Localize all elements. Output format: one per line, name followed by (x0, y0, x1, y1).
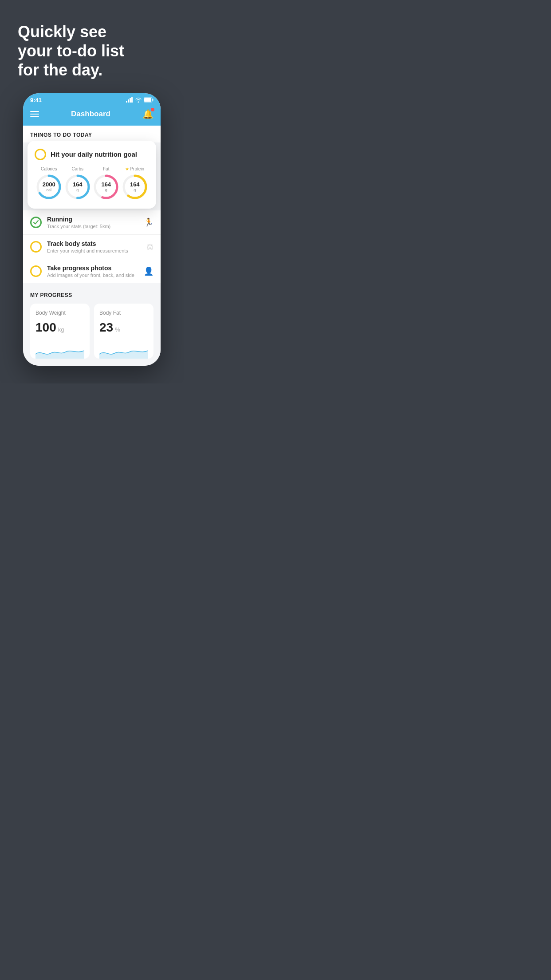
nutrition-item-fat: Fat 164 g (92, 166, 120, 201)
progress-section-title: MY PROGRESS (30, 292, 153, 298)
battery-icon (144, 97, 153, 103)
app-screen: Quickly see your to-do list for the day.… (0, 0, 184, 383)
progress-value-row: 100 kg (35, 320, 84, 335)
header-title: Dashboard (71, 110, 110, 119)
item-icon: 🏃 (144, 217, 153, 227)
progress-section: MY PROGRESS Body Weight 100 kg Body Fat … (23, 283, 161, 366)
chart-svg (99, 341, 148, 359)
nutrition-card-title: Hit your daily nutrition goal (51, 150, 137, 158)
progress-chart (99, 341, 148, 359)
progress-cards: Body Weight 100 kg Body Fat 23 % (30, 304, 153, 359)
signal-icon (126, 97, 133, 103)
nutrition-label: Calories (41, 166, 57, 171)
nutrition-item-carbs: Carbs 164 g (64, 166, 91, 201)
nutrition-label: Fat (103, 166, 109, 171)
card-title-row: Hit your daily nutrition goal (35, 149, 149, 160)
item-title: Track body stats (47, 240, 141, 247)
donut-chart: 164 g (121, 173, 149, 201)
wifi-icon (135, 97, 142, 103)
progress-unit: % (115, 326, 120, 333)
donut-unit: g (101, 188, 111, 192)
nutrition-label: Carbs (71, 166, 83, 171)
svg-rect-1 (128, 99, 129, 103)
chart-svg (35, 341, 84, 359)
phone-wrapper: 9:41 (0, 93, 184, 383)
donut-value: 2000 (43, 181, 55, 187)
progress-unit: kg (58, 326, 64, 333)
list-item[interactable]: Take progress photos Add images of your … (23, 259, 161, 283)
list-checkbox[interactable] (30, 265, 42, 277)
progress-card[interactable]: Body Fat 23 % (94, 304, 153, 359)
svg-rect-2 (130, 98, 131, 103)
nutrition-card: Hit your daily nutrition goal Calories 2… (28, 141, 156, 209)
donut-center: 164 g (73, 181, 83, 192)
nutrition-item-calories: Calories 2000 cal (35, 166, 63, 201)
item-text: Running Track your stats (target: 5km) (47, 216, 138, 229)
progress-value: 100 (35, 320, 56, 335)
list-checkbox[interactable] (30, 217, 42, 228)
progress-card[interactable]: Body Weight 100 kg (30, 304, 90, 359)
phone-mockup: 9:41 (23, 93, 161, 366)
item-text: Take progress photos Add images of your … (47, 265, 138, 278)
item-title: Take progress photos (47, 265, 138, 272)
todo-list: Running Track your stats (target: 5km) 🏃… (23, 210, 161, 283)
item-icon: 👤 (144, 266, 153, 276)
donut-chart: 164 g (64, 173, 91, 201)
svg-rect-5 (144, 98, 151, 102)
list-item[interactable]: Running Track your stats (target: 5km) 🏃 (23, 210, 161, 235)
donut-unit: g (130, 188, 140, 192)
progress-value: 23 (99, 320, 113, 335)
hamburger-icon[interactable] (30, 111, 39, 117)
nutrition-row: Calories 2000 cal Carbs 164 g Fat (35, 166, 149, 201)
notification-bell[interactable]: 🔔 (142, 109, 153, 119)
notification-dot (151, 108, 154, 111)
item-subtitle: Enter your weight and measurements (47, 248, 141, 253)
nutrition-label: ★ Protein (125, 166, 144, 171)
donut-unit: g (73, 188, 83, 192)
progress-card-title: Body Weight (35, 310, 84, 316)
list-item[interactable]: Track body stats Enter your weight and m… (23, 235, 161, 259)
status-icons (126, 97, 153, 103)
item-title: Running (47, 216, 138, 223)
phone-content: THINGS TO DO TODAY Hit your daily nutrit… (23, 126, 161, 366)
progress-card-title: Body Fat (99, 310, 148, 316)
svg-rect-0 (126, 101, 127, 103)
item-subtitle: Track your stats (target: 5km) (47, 224, 138, 229)
progress-chart (35, 341, 84, 359)
item-subtitle: Add images of your front, back, and side (47, 273, 138, 278)
star-icon: ★ (125, 166, 129, 171)
donut-chart: 2000 cal (35, 173, 63, 201)
hero-section: Quickly see your to-do list for the day. (0, 0, 184, 93)
list-checkbox[interactable] (30, 241, 42, 253)
donut-chart: 164 g (92, 173, 120, 201)
status-bar: 9:41 (23, 93, 161, 105)
time-display: 9:41 (30, 97, 42, 103)
item-text: Track body stats Enter your weight and m… (47, 240, 141, 253)
item-icon: ⚖ (146, 242, 153, 252)
donut-center: 2000 cal (43, 181, 55, 192)
floating-card-wrapper: Hit your daily nutrition goal Calories 2… (23, 141, 161, 209)
app-header: Dashboard 🔔 (23, 105, 161, 126)
hero-title: Quickly see your to-do list for the day. (18, 22, 166, 80)
donut-center: 164 g (101, 181, 111, 192)
svg-rect-3 (131, 97, 133, 103)
donut-value: 164 (130, 181, 140, 187)
donut-center: 164 g (130, 181, 140, 192)
nutrition-item-protein: ★ Protein 164 g (121, 166, 149, 201)
svg-rect-6 (153, 99, 153, 101)
things-to-do-header: THINGS TO DO TODAY (23, 126, 161, 142)
nutrition-checkbox[interactable] (35, 149, 46, 160)
donut-unit: cal (43, 188, 55, 192)
donut-value: 164 (101, 181, 111, 187)
progress-value-row: 23 % (99, 320, 148, 335)
donut-value: 164 (73, 181, 83, 187)
check-icon (33, 220, 39, 225)
